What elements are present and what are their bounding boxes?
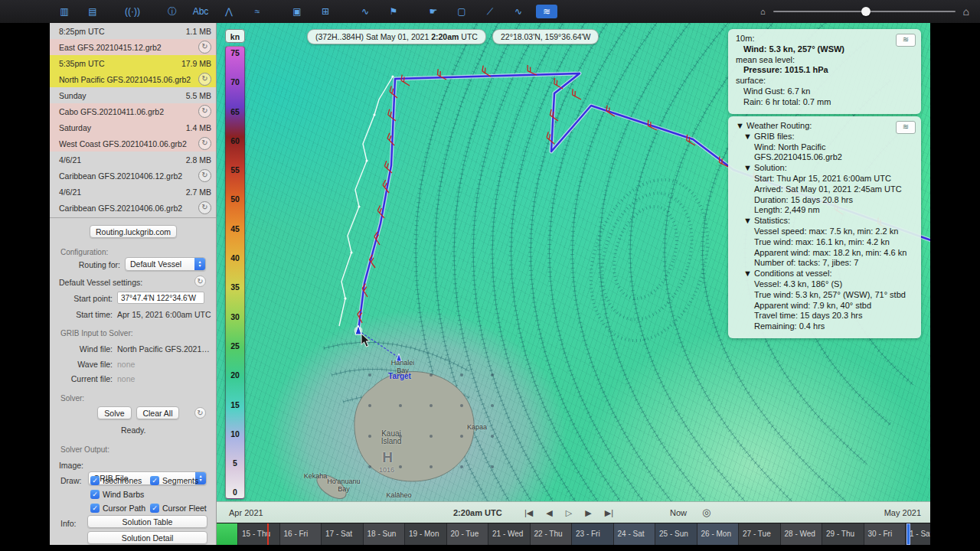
datestrip-day[interactable]: 27 - Tue — [738, 523, 780, 545]
datestrip-day[interactable]: 21 - Wed — [488, 523, 530, 545]
solver-label: Solver: — [60, 394, 84, 403]
text-labels-icon[interactable]: Abc — [190, 5, 211, 18]
pointer-tool-icon[interactable]: ☛ — [423, 5, 444, 18]
grib-list-row[interactable]: 8:25pm UTC 1.1 MB — [50, 23, 216, 39]
checkbox-cursor-fleet[interactable]: ✓ Cursor Fleet — [150, 503, 207, 514]
zoom-out-home-icon[interactable]: ⌂ — [760, 7, 766, 16]
solution-table-button[interactable]: Solution Table — [87, 515, 207, 528]
zoom-slider-knob[interactable] — [861, 7, 871, 16]
datestrip-day[interactable]: 25 - Sun — [655, 523, 697, 545]
meteogram-icon[interactable]: ⋀ — [218, 5, 240, 18]
grib-row-label: 4/6/21 — [59, 155, 183, 165]
grib-list-row[interactable]: East GFS.20210415.12.grb2 ↻ — [50, 39, 216, 55]
line-tool-icon[interactable]: ⟋ — [479, 5, 501, 18]
checkbox-wind-barbs[interactable]: ✓ Wind Barbs — [90, 489, 144, 500]
kauai-island-label: KauaiIsland — [381, 430, 402, 445]
datestrip-day[interactable]: 19 - Mon — [404, 523, 446, 545]
target-label: Target — [388, 373, 411, 380]
polyline-tool-icon[interactable]: ∿ — [508, 5, 529, 18]
grib-list-row[interactable]: Saturday 1.4 MB — [50, 119, 216, 135]
solver-options-button[interactable]: ↻ — [194, 407, 206, 419]
zoom-in-home-icon[interactable]: ⌂ — [963, 5, 969, 18]
info-icon[interactable]: ⓘ — [162, 5, 183, 18]
refresh-icon[interactable]: ↻ — [198, 105, 211, 118]
select-rect-icon[interactable]: ▢ — [451, 5, 472, 18]
datestrip-day[interactable]: 17 - Sat — [321, 523, 363, 545]
checkbox-checked-icon: ✓ — [150, 504, 159, 513]
routing-for-dropdown[interactable]: Default Vessel ▴▾ — [125, 257, 206, 271]
datestrip-day[interactable]: 26 - Mon — [697, 523, 739, 545]
datestrip-day[interactable]: 16 - Fri — [279, 523, 322, 545]
grib-list-row[interactable]: West Coast GFS.20210410.06.grb2 ↻ — [50, 135, 216, 152]
refresh-icon[interactable]: ↻ — [198, 41, 211, 54]
weather-routing-icon[interactable]: ≋ — [536, 5, 557, 18]
checkbox-segments[interactable]: ✓ Segments — [150, 475, 198, 486]
step-back-button[interactable]: ◀ — [546, 502, 552, 523]
clear-all-button[interactable]: Clear All — [136, 406, 179, 419]
refresh-icon[interactable]: ↻ — [198, 201, 211, 214]
checkbox-cursor-path[interactable]: ✓ Cursor Path — [90, 503, 145, 514]
graph-icon[interactable]: ∿ — [354, 5, 376, 18]
date-strip[interactable]: 15 - Thu 16 - Fri 17 - Sat 18 - Sun 19 -… — [217, 523, 930, 545]
datestrip-day[interactable]: 30 - Fri — [864, 523, 906, 545]
timeline-current-time: 2:20am UTC — [453, 502, 502, 523]
zoom-slider[interactable] — [773, 6, 956, 17]
grib-list-row[interactable]: Caribbean GFS.20210406.12.grb2 ↻ — [50, 168, 216, 184]
step-forward-button[interactable]: ▶ — [585, 502, 591, 523]
map-time-pill: (372H..384H) Sat May 01, 2021 2:20am UTC — [307, 29, 486, 44]
routing-site-button[interactable]: Routing.luckgrib.com — [90, 225, 177, 238]
datestrip-day[interactable]: 24 - Sat — [613, 523, 655, 545]
checkbox-isochrones[interactable]: ✓ Isochrones — [90, 475, 142, 486]
datestrip-day[interactable]: 15 - Thu — [237, 523, 279, 545]
play-button[interactable]: ▷ — [566, 502, 572, 523]
broadcast-download-icon[interactable]: ((·)) — [122, 5, 143, 18]
grib-list-row[interactable]: 5:35pm UTC 17.9 MB — [50, 55, 216, 71]
now-button[interactable]: Now — [670, 502, 687, 523]
layout-panes-icon[interactable]: ▤ — [82, 5, 103, 18]
panel-expand-icon[interactable]: ≋ — [896, 121, 916, 134]
skip-end-button[interactable]: ▶| — [605, 502, 613, 523]
high-pressure-value: 1016 — [379, 466, 394, 474]
datestrip-day[interactable]: 23 - Fri — [571, 523, 613, 545]
grib-list-row[interactable]: North Pacific GFS.20210415.06.grb2 ↻ — [50, 71, 216, 87]
vessel-settings-button[interactable]: ↻ — [194, 276, 206, 287]
wave-file-value: none — [117, 360, 135, 369]
grib-list-row[interactable]: 4/6/21 2.7 MB — [50, 184, 216, 200]
datestrip-day[interactable]: 28 - Wed — [780, 523, 822, 545]
panel-expand-icon[interactable]: ≋ — [896, 34, 916, 47]
weather-map[interactable]: HanaleiBay Target Kapaa KauaiIsland Keka… — [217, 23, 930, 501]
current-time-marker[interactable] — [906, 523, 910, 545]
start-time-value: Apr 15, 2021 6:00am UTC — [117, 310, 211, 319]
panel-line: True wind: max: 16.1 kn, min: 4.2 kn — [736, 237, 913, 248]
grib-list-row[interactable]: 4/6/21 2.8 MB — [50, 152, 216, 168]
snapshot-icon[interactable]: ▣ — [286, 5, 308, 18]
toolbar-zoom-controls: ⌂ ⌂ — [760, 5, 980, 18]
grib-list-row[interactable]: Caribbean GFS.20210406.06.grb2 ↻ — [50, 200, 216, 216]
grib-list-row[interactable]: Sunday 5.5 MB — [50, 87, 216, 103]
panel-line: True wind: 5.3 kn, 257° (WSW), 71° stbd — [736, 290, 913, 301]
refresh-icon[interactable]: ↻ — [198, 137, 211, 150]
layout-columns-icon[interactable]: ▥ — [54, 5, 75, 18]
datestrip-day[interactable]: 18 - Sun — [363, 523, 405, 545]
add-annotation-icon[interactable]: ⊞ — [315, 5, 336, 18]
info-label: Info: — [60, 519, 76, 528]
solution-detail-button[interactable]: Solution Detail — [87, 531, 207, 544]
refresh-icon[interactable]: ↻ — [198, 169, 211, 182]
skip-start-button[interactable]: |◀ — [524, 502, 533, 523]
timeline-month-right: May 2021 — [884, 502, 921, 523]
start-point-input[interactable]: 37°47.4'N 122°34.6'W — [117, 292, 204, 304]
datestrip-day[interactable]: 22 - Thu — [530, 523, 572, 545]
scale-tick-label: 5 — [226, 448, 244, 478]
datestrip-day[interactable]: 20 - Tue — [446, 523, 488, 545]
grib-list-row[interactable]: Cabo GFS.20210411.06.grb2 ↻ — [50, 103, 216, 119]
panel-line: Number of: tacks: 7, jibes: 7 — [736, 258, 913, 269]
waves-icon[interactable]: ≈ — [247, 5, 268, 18]
solve-button[interactable]: Solve — [97, 406, 132, 419]
refresh-icon[interactable]: ↻ — [198, 73, 211, 86]
routing-config-panel: Routing.luckgrib.com Configuration: Rout… — [50, 217, 217, 545]
vessel-settings-label: Default Vessel settings: — [59, 278, 142, 287]
loop-icon[interactable]: ◎ — [702, 502, 710, 523]
panel-line: 10m: — [736, 34, 913, 44]
flag-icon[interactable]: ⚑ — [383, 5, 404, 18]
datestrip-day[interactable]: 29 - Thu — [822, 523, 864, 545]
